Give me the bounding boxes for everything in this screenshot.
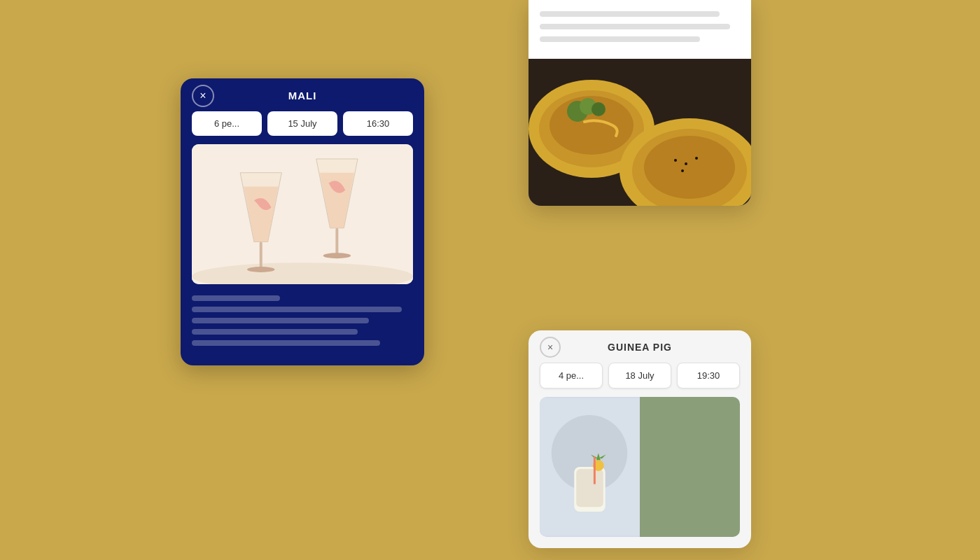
text-line-4 [192, 329, 358, 335]
mali-time-tag[interactable]: 16:30 [343, 111, 413, 136]
mali-guests-tag[interactable]: 6 pe... [192, 111, 262, 136]
purple-card-text-area [528, 0, 751, 59]
purple-text-1 [540, 11, 720, 17]
purple-card-image [528, 59, 751, 206]
guinea-time-tag[interactable]: 19:30 [677, 363, 740, 388]
svg-point-19 [681, 169, 684, 172]
guinea-close-button[interactable]: × [540, 337, 561, 358]
svg-rect-2 [260, 242, 262, 270]
mali-tags-row: 6 pe... 15 July 16:30 [192, 111, 413, 136]
text-line-2 [192, 307, 402, 312]
svg-point-16 [674, 159, 677, 162]
text-line-1 [192, 295, 280, 301]
mali-close-button[interactable]: × [192, 85, 214, 107]
text-line-5 [192, 340, 380, 346]
mali-card-header: × MALI [192, 90, 413, 102]
guinea-pig-card: × GUINEA PIG 4 pe... 18 July 19:30 [528, 330, 751, 548]
svg-point-3 [247, 267, 275, 272]
guinea-card-image [540, 397, 740, 537]
guinea-card-title: GUINEA PIG [608, 342, 672, 353]
close-icon: × [547, 342, 553, 353]
mali-date-tag[interactable]: 15 July [267, 111, 337, 136]
mali-card-text [192, 293, 413, 354]
guinea-card-header: × GUINEA PIG [540, 342, 740, 353]
guinea-cocktail-image [540, 397, 640, 537]
svg-rect-23 [576, 469, 603, 507]
guinea-guests-tag[interactable]: 4 pe... [540, 363, 603, 388]
svg-point-18 [695, 157, 698, 160]
mali-card-title: MALI [288, 90, 317, 102]
mali-card-image [192, 144, 413, 284]
svg-point-17 [685, 162, 687, 165]
guinea-tags-row: 4 pe... 18 July 19:30 [540, 363, 740, 388]
cocktail-image [192, 144, 413, 284]
close-icon: × [200, 90, 206, 102]
purple-card [528, 0, 751, 206]
mali-card: × MALI 6 pe... 15 July 16:30 [181, 78, 424, 365]
guinea-date-tag[interactable]: 18 July [608, 363, 671, 388]
guinea-green-panel [640, 397, 740, 537]
svg-point-15 [644, 136, 735, 199]
svg-point-5 [323, 253, 351, 258]
text-line-3 [192, 318, 369, 323]
purple-text-2 [540, 24, 730, 29]
purple-text-3 [540, 36, 700, 42]
svg-point-12 [592, 102, 606, 116]
svg-rect-25 [594, 456, 596, 484]
svg-rect-4 [335, 228, 338, 256]
